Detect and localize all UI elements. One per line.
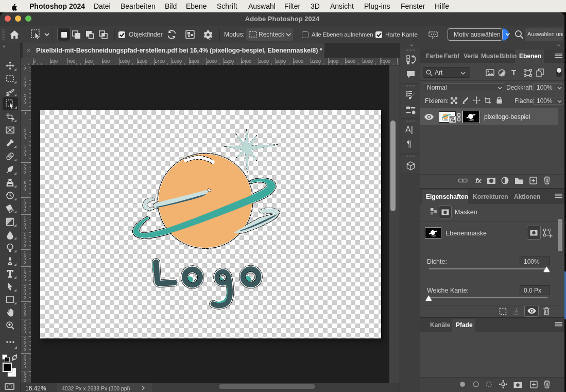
svg-text:Logo: Logo [431,234,436,237]
svg-text:Logo: Logo [469,118,474,121]
svg-text:Logo: Logo [442,118,448,121]
